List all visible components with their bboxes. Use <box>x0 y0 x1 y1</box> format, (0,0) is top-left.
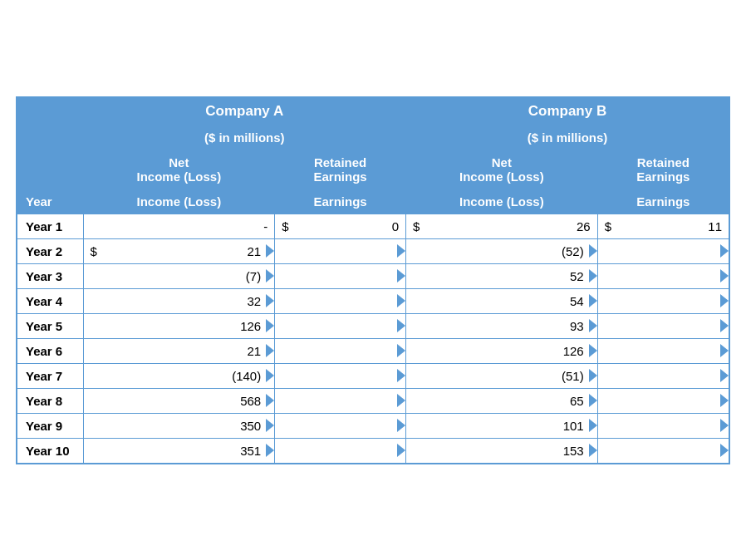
company-a-net-cell: (7) <box>83 263 275 288</box>
company-b-retained-cell <box>597 438 729 464</box>
company-a-net-cell: (140) <box>83 363 275 388</box>
year-cell: Year 3 <box>17 263 83 288</box>
company-a-net-cell: - <box>83 214 275 238</box>
company-a-net-cell: 32 <box>83 288 275 313</box>
company-b-net-cell: 52 <box>405 263 597 288</box>
company-b-net-cell: (52) <box>405 238 597 263</box>
company-a-retained-cell <box>275 363 406 388</box>
company-b-retained-cell <box>597 338 729 363</box>
company-b-retained-cell <box>597 313 729 338</box>
company-a-retained-cell <box>275 238 406 263</box>
company-b-retained-header: Retained Earnings <box>597 150 729 189</box>
year-cell: Year 6 <box>17 338 83 363</box>
company-b-unit: ($ in millions) <box>405 125 729 150</box>
company-header-row: Company A Company B <box>17 97 729 125</box>
company-a-retained-cell <box>275 313 406 338</box>
financial-table: Company A Company B ($ in millions) ($ i… <box>16 96 730 464</box>
a-earnings-header: Earnings <box>275 189 406 214</box>
table-row: Year 7(140)(51) <box>17 363 729 388</box>
year-cell: Year 8 <box>17 388 83 413</box>
company-b-net-cell: 101 <box>405 413 597 438</box>
company-a-retained-cell: $0 <box>275 214 406 238</box>
company-a-retained-cell <box>275 388 406 413</box>
company-b-retained-cell <box>597 263 729 288</box>
company-a-retained-cell <box>275 438 406 464</box>
year-header: Year <box>17 189 83 214</box>
table-row: Year 512693 <box>17 313 729 338</box>
company-a-retained-cell <box>275 263 406 288</box>
empty-top-left <box>17 97 83 189</box>
company-a-net-cell: 126 <box>83 313 275 338</box>
company-b-retained-cell <box>597 288 729 313</box>
year-cell: Year 4 <box>17 288 83 313</box>
year-cell: Year 1 <box>17 214 83 238</box>
table-row: Year 10351153 <box>17 438 729 464</box>
company-a-net-cell: $21 <box>83 238 275 263</box>
company-b-retained-cell <box>597 363 729 388</box>
company-a-retained-cell <box>275 413 406 438</box>
company-a-retained-header: Retained Earnings <box>275 150 406 189</box>
table-row: Year 9350101 <box>17 413 729 438</box>
year-cell: Year 10 <box>17 438 83 464</box>
table-row: Year 621126 <box>17 338 729 363</box>
company-a-net-cell: 568 <box>83 388 275 413</box>
company-a-unit: ($ in millions) <box>83 125 405 150</box>
table-wrapper: Company A Company B ($ in millions) ($ i… <box>16 96 730 464</box>
company-b-net-cell: 65 <box>405 388 597 413</box>
company-b-retained-cell: $11 <box>597 214 729 238</box>
company-b-net-cell: 153 <box>405 438 597 464</box>
year-subheader-row: Year Income (Loss) Earnings Income (Loss… <box>17 189 729 214</box>
company-b-net-cell: (51) <box>405 363 597 388</box>
company-a-header: Company A <box>83 97 405 125</box>
company-a-retained-cell <box>275 338 406 363</box>
b-income-loss-header: Income (Loss) <box>405 189 597 214</box>
company-b-net-cell: 93 <box>405 313 597 338</box>
year-cell: Year 5 <box>17 313 83 338</box>
table-row: Year 2$21(52) <box>17 238 729 263</box>
company-b-net-cell: 54 <box>405 288 597 313</box>
company-b-net-cell: $26 <box>405 214 597 238</box>
col-header-row: Net Income (Loss) Retained Earnings Net … <box>17 150 729 189</box>
table-row: Year 856865 <box>17 388 729 413</box>
company-b-net-header: Net Income (Loss) <box>405 150 597 189</box>
year-cell: Year 7 <box>17 363 83 388</box>
unit-header-row: ($ in millions) ($ in millions) <box>17 125 729 150</box>
company-b-net-cell: 126 <box>405 338 597 363</box>
table-row: Year 43254 <box>17 288 729 313</box>
b-earnings-header: Earnings <box>597 189 729 214</box>
company-b-retained-cell <box>597 238 729 263</box>
company-b-retained-cell <box>597 388 729 413</box>
company-a-net-cell: 351 <box>83 438 275 464</box>
year-cell: Year 9 <box>17 413 83 438</box>
company-b-retained-cell <box>597 413 729 438</box>
company-a-net-cell: 21 <box>83 338 275 363</box>
company-a-net-header: Net Income (Loss) <box>83 150 275 189</box>
company-a-net-cell: 350 <box>83 413 275 438</box>
company-a-retained-cell <box>275 288 406 313</box>
company-b-header: Company B <box>405 97 729 125</box>
a-income-loss-header: Income (Loss) <box>83 189 275 214</box>
year-cell: Year 2 <box>17 238 83 263</box>
table-row: Year 1-$0$26$11 <box>17 214 729 238</box>
table-row: Year 3(7)52 <box>17 263 729 288</box>
